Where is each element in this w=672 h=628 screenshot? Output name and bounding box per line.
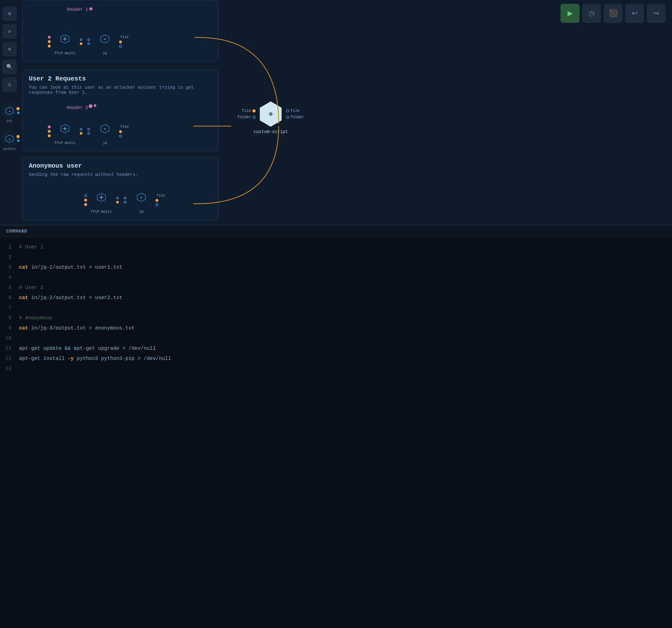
sidebar-asterisk-icon[interactable]: ⊛ — [2, 42, 17, 56]
line-content-6: cat in/jq-2/output.txt > user2.txt — [19, 295, 122, 301]
token-normal: apt-get install — [19, 356, 68, 362]
line-number-7: 7 — [0, 305, 19, 311]
header2-pink-dot — [89, 104, 93, 108]
ffuf-port-orange-1 — [48, 40, 51, 43]
token-normal: in/jq-3/output.txt > anonymous.txt — [28, 325, 135, 331]
svg-text:✦: ✦ — [8, 137, 10, 142]
code-line-12: 12apt-get install -y python3 python3-pip… — [0, 355, 672, 365]
cs-folder-left-label: folder — [238, 115, 251, 119]
cs-folder-right-label: folder — [290, 115, 304, 119]
line-number-4: 4 — [0, 275, 19, 280]
line-number-3: 3 — [0, 264, 19, 270]
jq-label-2: jq — [103, 141, 107, 145]
user2-title: User 2 Requests — [29, 75, 212, 83]
jq3-left-1 — [124, 197, 126, 199]
cs-file-left-label: file — [242, 109, 251, 113]
code-line-6: 6cat in/jq-2/output.txt > user2.txt — [0, 294, 672, 304]
panel-user2: User 2 Requests You can look at this use… — [22, 70, 218, 152]
code-line-2: 2 — [0, 254, 672, 264]
header2-pink-dot2 — [94, 104, 96, 107]
play-button[interactable]: ▶ — [560, 4, 579, 23]
save-button[interactable]: ⬛ — [604, 4, 623, 23]
token-comment: # User 1 — [19, 244, 43, 250]
code-line-4: 4 — [0, 274, 672, 284]
cs-file-left-port — [253, 109, 256, 113]
custom-script-label: custom-script — [253, 129, 288, 134]
jq-node-3[interactable]: ⊗ — [130, 186, 152, 209]
line-content-8: # Anonymous — [19, 315, 53, 321]
line-number-10: 10 — [0, 335, 19, 341]
jq1-file-label: file — [120, 35, 128, 39]
sidebar-swap-icon[interactable]: ⇄ — [2, 24, 17, 39]
cs-file-right-label: file — [290, 109, 299, 113]
sidebar-expand-icon[interactable]: ⊞ — [2, 6, 17, 21]
code-line-5: 5# User 2 — [0, 284, 672, 294]
canvas: Header 1 ffuf-multi — [0, 0, 355, 225]
points-orange-dot — [17, 135, 20, 138]
undo-button[interactable]: ↩ — [625, 4, 644, 23]
jq2-port2 — [119, 135, 122, 138]
line-content-5: # User 2 — [19, 285, 43, 290]
ffuf-right-port-2 — [80, 43, 82, 45]
ffuf3-right-1 — [116, 197, 119, 199]
code-line-8: 8# Anonymous — [0, 315, 672, 325]
jq-node-2[interactable]: ⊗ — [94, 118, 116, 140]
ffuf-multi-node-3[interactable] — [90, 186, 113, 209]
command-section: COMMAND 1# User 123cat in/jq-1/output.tx… — [0, 225, 672, 628]
sidebar-circle-icon[interactable]: ◎ — [2, 77, 17, 92]
jq3-left-2 — [124, 201, 126, 204]
svg-text:⊗: ⊗ — [104, 38, 106, 41]
jq-left-port-2 — [88, 43, 90, 45]
line-number-2: 2 — [0, 254, 19, 260]
ffuf-port-pink-1 — [48, 36, 51, 39]
redo-button[interactable]: ↪ — [647, 4, 666, 23]
token-normal: in/jq-2/output.txt > user2.txt — [28, 295, 123, 301]
line-number-5: 5 — [0, 285, 19, 290]
ffuf-multi-label-2: ffuf-multi — [54, 141, 75, 145]
line-number-11: 11 — [0, 346, 19, 351]
sidebar-node-points[interactable]: ✦ — [0, 129, 19, 148]
ffuf2-port-pink — [48, 125, 51, 128]
ffuf2-right-2 — [80, 132, 82, 135]
svg-text:⊗: ⊗ — [269, 111, 273, 118]
ffuf-multi-label-3: ffuf-multi — [91, 210, 112, 213]
line-number-1: 1 — [0, 244, 19, 250]
ffuf3-port-blue — [84, 194, 87, 197]
ost-orange-dot — [17, 107, 20, 110]
code-line-1: 1# User 1 — [0, 244, 672, 254]
cs-folder-right-port — [286, 116, 289, 119]
clock-button[interactable]: ◷ — [582, 4, 601, 23]
token-normal: apt-get update && apt-get upgrade > /dev… — [19, 346, 156, 351]
jq3-port2 — [155, 204, 158, 206]
code-line-10: 10 — [0, 335, 672, 345]
code-line-13: 13 — [0, 365, 672, 375]
points-blue-dot — [17, 139, 20, 142]
ffuf-multi-node-2[interactable] — [54, 118, 76, 140]
sidebar-node-ost[interactable]: ✦ — [0, 101, 19, 120]
ffuf-multi-node-1[interactable] — [54, 28, 76, 50]
token-normal: in/jq-1/output.txt > user1.txt — [28, 264, 123, 270]
line-number-9: 9 — [0, 325, 19, 331]
jq2-left-1 — [88, 128, 90, 131]
line-number-12: 12 — [0, 356, 19, 362]
ffuf-right-port-1 — [80, 38, 82, 41]
custom-script-hex[interactable]: ⊗ — [258, 101, 283, 127]
header1-label: Header 1 — [67, 7, 88, 12]
jq2-file-label: file — [120, 125, 128, 129]
header1-pink-dot — [89, 7, 93, 10]
token-cat: cat — [19, 325, 28, 331]
ffuf3-port-orange2 — [84, 203, 87, 206]
code-line-7: 7 — [0, 304, 672, 315]
sidebar-search-icon[interactable]: 🔍 — [2, 60, 17, 74]
ffuf2-port-orange2 — [48, 134, 51, 137]
ffuf3-right-2 — [116, 201, 119, 204]
jq2-left-2 — [88, 132, 90, 135]
jq-node-1[interactable]: ⊗ — [94, 28, 116, 50]
token-normal: python3 python3-pip > /dev/null — [74, 356, 171, 362]
line-number-13: 13 — [0, 366, 19, 372]
code-line-3: 3cat in/jq-1/output.txt > user1.txt — [0, 264, 672, 274]
line-content-11: apt-get update && apt-get upgrade > /dev… — [19, 346, 156, 351]
ffuf3-port-orange — [84, 199, 87, 202]
cs-file-right-port — [286, 109, 289, 113]
command-header: COMMAND — [0, 226, 672, 237]
